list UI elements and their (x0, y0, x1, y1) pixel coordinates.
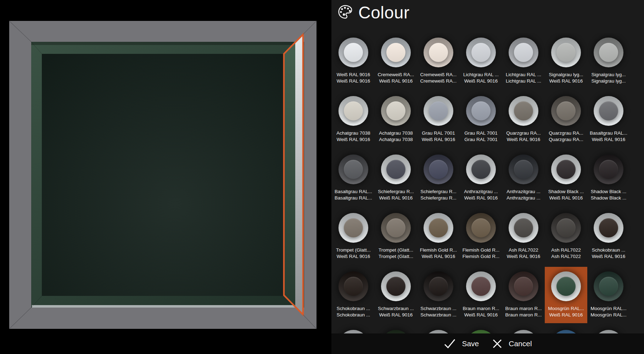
swatch-ring (466, 213, 496, 243)
cancel-button[interactable]: Cancel (492, 338, 532, 349)
swatch-ring (338, 154, 368, 184)
swatch-cell[interactable]: Braun maron R...Braun maron R... (502, 267, 545, 323)
swatch-face (471, 160, 491, 179)
swatch-cell[interactable]: Cremeweiß RA...Cremeweiß RA... (417, 33, 460, 89)
swatch-label-inside: Weiß RAL 9016 (337, 253, 370, 260)
swatch-ring (466, 96, 496, 126)
swatch-ring (381, 154, 411, 184)
swatch-label-outside: Grau RAL 7001 (464, 130, 497, 136)
swatch-label-outside: Shadow Black ... (591, 189, 627, 195)
swatch-ring (338, 330, 368, 333)
swatch-cell-partial[interactable] (545, 325, 587, 333)
swatch-cell-partial[interactable] (375, 325, 417, 333)
swatch-ring (381, 330, 411, 333)
swatch-cell[interactable]: Schiefergrau R...Weiß RAL 9016 (375, 150, 417, 206)
swatch-cell[interactable]: Weiß RAL 9016Weiß RAL 9016 (332, 33, 375, 89)
swatch-face (386, 277, 405, 296)
swatch-cell[interactable]: Signalgrau lyg...Weiß RAL 9016 (545, 33, 587, 89)
swatch-cell-selected[interactable]: Moosgrün RAL...Weiß RAL 9016 (545, 267, 587, 323)
swatch-cell[interactable]: Cremeweiß RA...Weiß RAL 9016 (375, 33, 417, 89)
swatch-label-outside: Lichtgrau RAL ... (463, 72, 499, 78)
swatch-face (386, 43, 405, 62)
swatch-label-inside: Flemish Gold R... (463, 253, 499, 260)
swatch-ring (424, 96, 453, 126)
swatch-label-inside: Signalgrau lyg... (592, 78, 626, 84)
swatch-cell[interactable]: Grau RAL 7001Grau RAL 7001 (460, 91, 502, 148)
swatch-cell[interactable]: Schokobraun ...Schokobraun ... (332, 267, 375, 323)
swatch-cell[interactable]: Signalgrau lyg...Signalgrau lyg... (587, 33, 630, 89)
swatch-cell-partial[interactable] (417, 325, 460, 333)
swatch-cell[interactable]: Basaltgrau RAL...Weiß RAL 9016 (587, 91, 630, 148)
swatch-cell[interactable]: Schokobraun ...Weiß RAL 9016 (587, 208, 630, 265)
swatch-label-inside: Weiß RAL 9016 (549, 195, 583, 201)
swatch-cell-partial[interactable] (332, 325, 375, 333)
swatch-ring (594, 96, 623, 126)
swatch-cell[interactable]: Schwarzbraun ...Weiß RAL 9016 (375, 267, 417, 323)
swatch-cell[interactable]: Achatgrau 7038Weiß RAL 9016 (332, 91, 375, 148)
swatch-cell[interactable]: Trompet (Glatt...Trompet (Glatt... (375, 208, 417, 265)
swatch-cell[interactable]: Lichtgrau RAL ...Lichtgrau RAL ... (502, 33, 545, 89)
swatch-face (471, 43, 491, 62)
swatch-cell[interactable]: Schwarzbraun ...Schwarzbraun ... (417, 267, 460, 323)
window-preview-pane[interactable] (0, 0, 331, 354)
swatch-ring (551, 330, 581, 333)
swatch-cell-partial[interactable] (587, 325, 630, 333)
swatch-ring (509, 38, 538, 67)
swatch-label-outside: Braun maron R... (463, 305, 499, 312)
swatch-label-outside: Quarzgrau RA... (549, 130, 583, 136)
save-button[interactable]: Save (443, 338, 479, 350)
colour-panel: Colour Weiß RAL 9016Weiß RAL 9016Cremewe… (331, 0, 644, 354)
swatch-cell-partial[interactable] (460, 325, 502, 333)
swatch-face (599, 160, 618, 179)
swatch-cell[interactable]: Flemish Gold R...Flemish Gold R... (460, 208, 502, 265)
swatch-label-outside: Flemish Gold R... (463, 247, 499, 253)
swatch-label-outside: Achatgrau 7038 (336, 130, 370, 136)
swatch-face (429, 160, 448, 179)
swatch-ring (338, 213, 368, 243)
swatch-face (599, 101, 618, 120)
swatch-cell[interactable]: Trompet (Glatt...Weiß RAL 9016 (332, 208, 375, 265)
swatch-face (514, 277, 533, 296)
swatch-face (514, 101, 533, 120)
swatch-cell[interactable]: Moosgrün RAL...Moosgrün RAL... (587, 267, 630, 323)
swatch-cell[interactable]: Braun maron R...Weiß RAL 9016 (460, 267, 502, 323)
swatch-face (386, 160, 405, 179)
swatch-label-outside: Cremeweiß RA... (378, 72, 414, 78)
swatch-cell[interactable]: Schiefergrau R...Schiefergrau R... (417, 150, 460, 206)
swatch-ring (381, 38, 411, 67)
swatch-label-outside: Schokobraun ... (337, 305, 370, 312)
swatch-cell[interactable]: Achatgrau 7038Achatgrau 7038 (375, 91, 417, 148)
swatch-cell[interactable]: Lichtgrau RAL ...Weiß RAL 9016 (460, 33, 502, 89)
swatch-ring (424, 38, 453, 67)
swatch-cell[interactable]: Shadow Black ...Weiß RAL 9016 (545, 150, 587, 206)
swatch-cell[interactable]: Anthrazitgrau ...Weiß RAL 9016 (460, 150, 502, 206)
swatch-face (556, 43, 576, 62)
swatch-label-outside: Signalgrau lyg... (549, 72, 583, 78)
swatch-label-inside: Weiß RAL 9016 (507, 253, 541, 260)
swatch-face (386, 218, 405, 237)
swatch-face (599, 43, 618, 62)
swatch-cell[interactable]: Ash RAL7022Ash RAL7022 (545, 208, 587, 265)
swatch-ring (594, 213, 623, 243)
swatch-ring (338, 96, 368, 126)
swatch-label-inside: Weiß RAL 9016 (549, 78, 583, 84)
swatch-label-inside: Weiß RAL 9016 (337, 136, 370, 143)
swatch-cell[interactable]: Anthrazitgrau ...Anthrazitgrau ... (502, 150, 545, 206)
swatch-cell[interactable]: Quarzgrau RA...Quarzgrau RA... (545, 91, 587, 148)
swatch-ring (424, 271, 453, 301)
swatch-label-outside: Anthrazitgrau ... (506, 189, 540, 195)
swatch-label-outside: Anthrazitgrau ... (464, 189, 498, 195)
swatch-label-inside: Achatgrau 7038 (379, 136, 413, 143)
swatch-face (556, 277, 576, 296)
swatch-face (599, 218, 618, 237)
window-jamb (295, 35, 303, 314)
swatch-face (429, 277, 448, 296)
swatch-cell[interactable]: Quarzgrau RA...Weiß RAL 9016 (502, 91, 545, 148)
swatch-cell[interactable]: Flemish Gold R...Weiß RAL 9016 (417, 208, 460, 265)
swatch-cell[interactable]: Grau RAL 7001Weiß RAL 9016 (417, 91, 460, 148)
swatch-cell[interactable]: Ash RAL7022Weiß RAL 9016 (502, 208, 545, 265)
swatch-cell-partial[interactable] (502, 325, 545, 333)
swatch-cell[interactable]: Basaltgrau RAL...Basaltgrau RAL... (332, 150, 375, 206)
swatch-cell[interactable]: Shadow Black ...Shadow Black ... (587, 150, 630, 206)
swatch-label-outside: Trompet (Glatt... (379, 247, 413, 253)
